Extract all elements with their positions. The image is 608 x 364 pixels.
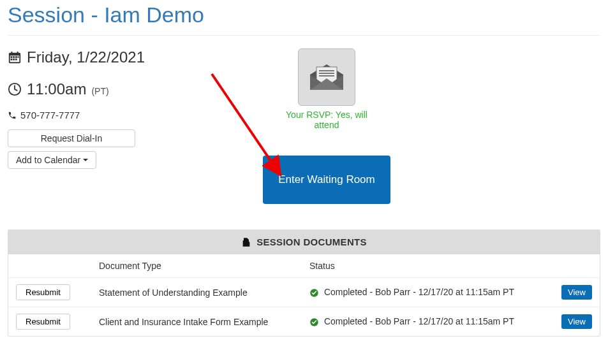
divider bbox=[8, 35, 600, 36]
doc-type-cell: Statement of Understanding Example bbox=[91, 278, 302, 307]
add-to-calendar-label: Add to Calendar bbox=[16, 155, 80, 165]
col-header-type: Document Type bbox=[91, 254, 302, 278]
svg-rect-2 bbox=[11, 56, 13, 58]
rsvp-status-text: Your RSVP: Yes, will attend bbox=[282, 110, 371, 130]
chevron-down-icon bbox=[83, 159, 88, 161]
svg-rect-10 bbox=[17, 52, 19, 54]
col-header-action bbox=[8, 254, 91, 278]
svg-rect-6 bbox=[11, 59, 13, 61]
session-timezone: (PT) bbox=[91, 86, 108, 96]
request-dialin-button[interactable]: Request Dial-In bbox=[8, 129, 135, 147]
doc-type-cell: Client and Insurance Intake Form Example bbox=[91, 307, 302, 337]
svg-rect-9 bbox=[11, 52, 13, 54]
svg-rect-8 bbox=[15, 59, 17, 61]
page-title: Session - Iam Demo bbox=[8, 3, 600, 27]
phone-icon bbox=[8, 111, 17, 120]
check-circle-icon bbox=[309, 288, 319, 298]
add-to-calendar-button[interactable]: Add to Calendar bbox=[8, 151, 96, 169]
doc-status-cell: Completed - Bob Parr - 12/17/20 at 11:15… bbox=[302, 307, 554, 337]
svg-rect-5 bbox=[18, 56, 19, 58]
doc-status-text: Completed - Bob Parr - 12/17/20 at 11:15… bbox=[324, 316, 514, 326]
clock-icon bbox=[8, 82, 22, 96]
table-row: Resubmit Statement of Understanding Exam… bbox=[8, 278, 600, 307]
check-circle-icon bbox=[309, 317, 319, 327]
col-header-view bbox=[554, 254, 600, 278]
resubmit-button[interactable]: Resubmit bbox=[16, 314, 70, 330]
enter-waiting-room-button[interactable]: Enter Waiting Room bbox=[263, 156, 390, 204]
session-documents-title: SESSION DOCUMENTS bbox=[256, 237, 367, 247]
resubmit-button[interactable]: Resubmit bbox=[16, 284, 70, 300]
rsvp-envelope-icon bbox=[298, 48, 355, 106]
session-time: 11:00am bbox=[27, 80, 86, 98]
session-phone: 570-777-7777 bbox=[20, 110, 80, 120]
view-button[interactable]: View bbox=[561, 314, 592, 329]
doc-status-text: Completed - Bob Parr - 12/17/20 at 11:15… bbox=[324, 287, 514, 297]
calendar-icon bbox=[8, 50, 22, 64]
view-button[interactable]: View bbox=[561, 285, 592, 300]
svg-rect-3 bbox=[13, 56, 15, 58]
table-row: Resubmit Client and Insurance Intake For… bbox=[8, 307, 600, 337]
col-header-status: Status bbox=[302, 254, 554, 278]
documents-icon bbox=[241, 237, 251, 247]
doc-status-cell: Completed - Bob Parr - 12/17/20 at 11:15… bbox=[302, 278, 554, 307]
svg-rect-4 bbox=[15, 56, 17, 58]
session-date: Friday, 1/22/2021 bbox=[27, 48, 145, 66]
svg-rect-7 bbox=[13, 59, 15, 61]
session-documents-panel: SESSION DOCUMENTS Document Type Status R… bbox=[8, 229, 600, 337]
